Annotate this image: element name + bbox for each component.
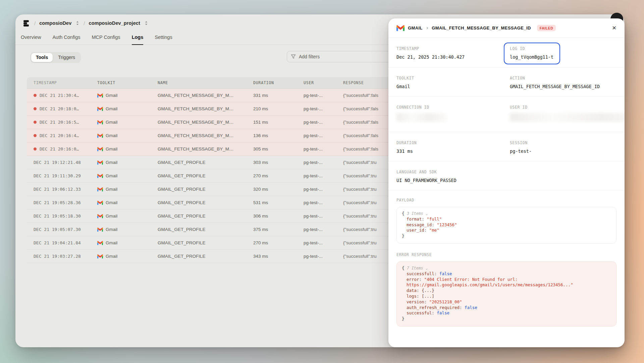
add-filters-button[interactable]: Add filters — [287, 51, 391, 62]
json-token: {...} — [422, 288, 434, 293]
row-duration: 331 ms — [253, 93, 304, 98]
payload-label: PAYLOAD — [396, 198, 616, 202]
row-toolkit: Gmail — [106, 240, 117, 245]
json-token: : — [434, 271, 439, 276]
payload-json-viewer[interactable]: { 3 Items ⌄format: "full"message_id: "12… — [396, 207, 616, 244]
json-line: format: "full" — [402, 217, 611, 222]
col-name[interactable]: NAME — [158, 80, 253, 85]
json-token: false — [437, 310, 449, 315]
row-toolkit: Gmail — [106, 214, 117, 219]
json-token: "me" — [429, 228, 439, 233]
field-label: LANGUAGE AND SDK — [396, 170, 616, 174]
row-duration: 306 ms — [253, 214, 304, 219]
row-name: GMAIL_GET_PROFILE — [158, 240, 253, 245]
breadcrumb-chevron-icon: › — [426, 25, 428, 31]
json-token: [...] — [422, 294, 434, 299]
json-line: auth_refresh_required: false — [402, 305, 611, 311]
row-timestamp: DEC 21 20:16:5… — [40, 120, 79, 125]
col-user[interactable]: USER — [304, 80, 343, 85]
json-token: : — [424, 228, 429, 233]
row-user: pg-test-... — [304, 173, 343, 178]
row-toolkit: Gmail — [106, 133, 117, 138]
row-user: pg-test-... — [304, 120, 343, 125]
row-timestamp: DEC 21 19:05:07.30 — [34, 227, 81, 232]
tab-mcp-configs[interactable]: MCP Configs — [92, 35, 120, 45]
field-user-id: USER ID — [510, 105, 625, 122]
json-line: message_id: "123456" — [402, 222, 611, 228]
json-line: { 7 Items ⌄ — [402, 265, 611, 271]
org-selector-icon[interactable] — [76, 21, 79, 25]
field-action: ACTION GMAIL_FETCH_MESSAGE_BY_MESSAGE_ID — [510, 76, 616, 89]
failed-status-dot-icon — [34, 121, 37, 124]
log-id-highlight-ring[interactable]: LOG ID log_tVqomBgg11-t — [504, 43, 560, 64]
col-toolkit[interactable]: TOOLKIT — [97, 80, 158, 85]
project-selector-icon[interactable] — [145, 21, 148, 25]
field-row: DURATION 331 ms SESSION pg-test- — [388, 132, 625, 161]
panel-toolkit[interactable]: GMAIL — [408, 25, 423, 31]
field-label: USER ID — [510, 105, 625, 110]
row-duration: 320 ms — [253, 187, 304, 192]
row-toolkit: Gmail — [106, 120, 117, 125]
json-token: https://gmail.googleapis.com/gmail/v1/us… — [407, 282, 573, 287]
toggle-tools[interactable]: Tools — [31, 53, 53, 62]
tab-auth-configs[interactable]: Auth Configs — [52, 35, 80, 45]
json-line: } — [402, 316, 611, 322]
field-row: LANGUAGE AND SDK UI NO_FRAMEWORK_PASSED — [388, 161, 625, 190]
json-token: : — [432, 222, 437, 227]
breadcrumb-project[interactable]: composioDev_project — [89, 20, 140, 26]
row-duration: 343 ms — [253, 254, 304, 259]
row-name: GMAIL_GET_PROFILE — [158, 160, 253, 165]
row-name: GMAIL_FETCH_MESSAGE_BY_M… — [158, 146, 253, 152]
breadcrumb-org[interactable]: composioDev — [39, 20, 71, 26]
row-timestamp: DEC 21 19:03:27.28 — [34, 254, 81, 259]
field-label: TIMESTAMP — [396, 46, 510, 51]
json-token: { — [402, 265, 407, 270]
json-token: message_id — [407, 222, 432, 227]
row-duration: 151 ms — [253, 120, 304, 125]
close-icon[interactable]: ✕ — [612, 25, 616, 31]
row-toolkit: Gmail — [106, 227, 117, 232]
json-token: "123456" — [437, 222, 457, 227]
error-response-section: ERROR RESPONSE { 7 Items ⌄successfull: f… — [388, 245, 625, 328]
json-token: false — [439, 271, 452, 276]
json-token: logs — [407, 294, 417, 299]
toggle-triggers[interactable]: Triggers — [53, 53, 80, 62]
row-user: pg-test-... — [304, 254, 343, 259]
row-toolkit: Gmail — [106, 106, 117, 111]
failed-status-dot-icon — [34, 107, 37, 110]
row-user: pg-test-... — [304, 214, 343, 219]
row-duration: 270 ms — [253, 173, 304, 178]
json-line: error: "404 Client Error: Not Found for … — [402, 277, 611, 283]
error-response-json-viewer[interactable]: { 7 Items ⌄successfull: falseerror: "404… — [396, 261, 616, 326]
json-token: } — [402, 233, 405, 238]
json-token: : — [432, 310, 437, 315]
field-log-id: LOG ID log_tVqomBgg11-t — [510, 46, 616, 60]
json-token: format — [407, 217, 422, 222]
failed-status-dot-icon — [34, 147, 37, 150]
field-value: UI NO_FRAMEWORK_PASSED — [396, 178, 616, 183]
json-line: } — [402, 233, 611, 239]
gmail-icon — [97, 147, 103, 152]
gmail-icon — [396, 25, 405, 31]
json-token: : — [417, 288, 422, 293]
json-token: : — [424, 299, 429, 304]
row-name: GMAIL_GET_PROFILE — [158, 187, 253, 192]
col-duration[interactable]: DURATION — [253, 80, 304, 85]
row-duration: 303 ms — [253, 160, 304, 165]
row-timestamp: DEC 21 19:11:30.29 — [34, 173, 81, 178]
row-toolkit: Gmail — [106, 146, 117, 152]
tab-settings[interactable]: Settings — [155, 35, 172, 45]
row-user: pg-test-... — [304, 200, 343, 205]
row-duration: 531 ms — [253, 200, 304, 205]
row-name: GMAIL_GET_PROFILE — [158, 173, 253, 178]
row-toolkit: Gmail — [106, 173, 117, 178]
field-row: CONNECTION ID USER ID — [388, 97, 625, 132]
json-token: : — [417, 294, 422, 299]
tab-logs[interactable]: Logs — [132, 35, 144, 45]
field-value: Gmail — [396, 84, 510, 89]
col-timestamp[interactable]: TIMESTAMP — [27, 80, 97, 85]
json-token: ⌄ — [423, 211, 428, 216]
json-token: error — [407, 277, 419, 282]
row-toolkit: Gmail — [106, 200, 117, 205]
tab-overview[interactable]: Overview — [21, 35, 41, 45]
